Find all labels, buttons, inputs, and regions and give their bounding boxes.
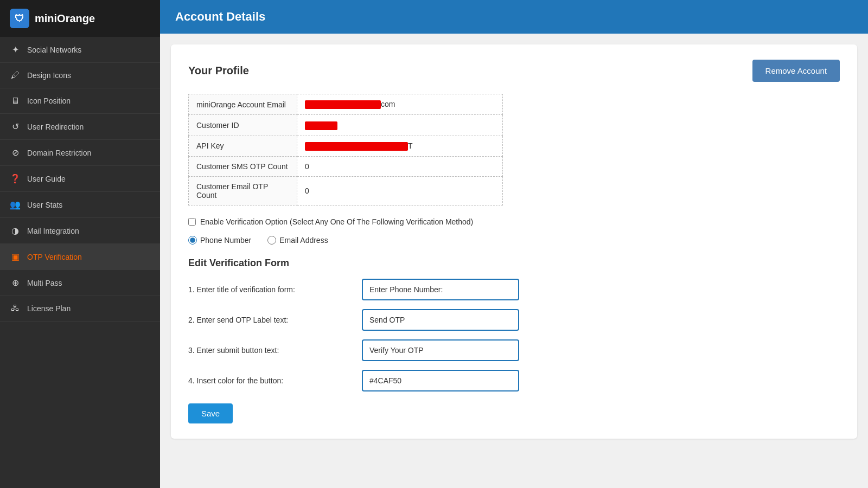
license-plan-icon: 🖧 xyxy=(10,304,21,313)
sidebar-item-user-stats[interactable]: 👥 User Stats xyxy=(0,192,160,218)
form-row-3: 3. Enter submit button text: xyxy=(188,339,840,361)
sidebar-label-user-guide: User Guide xyxy=(27,175,66,183)
logo-text: miniOrange xyxy=(35,12,95,25)
logo-icon: 🛡 xyxy=(10,9,29,28)
table-cell-value-2: T xyxy=(297,136,503,156)
sidebar-label-user-redirection: User Redirection xyxy=(27,123,84,131)
verification-option: Enable Verification Option (Select Any O… xyxy=(188,217,840,226)
table-cell-label-1: Customer ID xyxy=(189,115,297,136)
sidebar-label-user-stats: User Stats xyxy=(27,201,62,209)
otp-verification-icon: ▣ xyxy=(10,252,21,262)
table-cell-label-4: Customer Email OTP Count xyxy=(189,176,297,205)
sidebar-label-icon-position: Icon Position xyxy=(27,97,71,105)
form-label-1: 1. Enter title of verification form: xyxy=(188,285,351,294)
radio-email-label[interactable]: Email Address xyxy=(267,236,328,245)
radio-phone-label[interactable]: Phone Number xyxy=(188,236,251,245)
radio-group: Phone Number Email Address xyxy=(188,236,840,245)
form-input-3[interactable] xyxy=(362,339,519,361)
social-networks-icon: ✦ xyxy=(10,44,21,55)
sidebar: 🛡 miniOrange ✦ Social Networks 🖊 Design … xyxy=(0,0,160,488)
form-label-4: 4. Insert color for the button: xyxy=(188,376,351,385)
sidebar-item-user-redirection[interactable]: ↺ User Redirection xyxy=(0,114,160,140)
sidebar-item-user-guide[interactable]: ❓ User Guide xyxy=(0,166,160,192)
sidebar-item-license-plan[interactable]: 🖧 License Plan xyxy=(0,296,160,322)
sidebar-label-design-icons: Design Icons xyxy=(27,71,71,80)
domain-restriction-icon: ⊘ xyxy=(10,147,21,158)
sidebar-item-otp-verification[interactable]: ▣ OTP Verification xyxy=(0,244,160,270)
sidebar-item-design-icons[interactable]: 🖊 Design Icons xyxy=(0,63,160,88)
icon-position-icon: 🖥 xyxy=(10,96,21,106)
remove-account-button[interactable]: Remove Account xyxy=(752,60,840,82)
sidebar-item-icon-position[interactable]: 🖥 Icon Position xyxy=(0,88,160,114)
table-cell-value-0: com xyxy=(297,94,503,115)
profile-header: Your Profile Remove Account xyxy=(188,60,840,82)
sidebar-label-otp-verification: OTP Verification xyxy=(27,253,82,261)
form-label-2: 2. Enter send OTP Label text: xyxy=(188,316,351,324)
redacted-bar-2 xyxy=(305,142,408,151)
form-label-3: 3. Enter submit button text: xyxy=(188,346,351,355)
edit-form-title: Edit Verification Form xyxy=(188,258,840,269)
form-row-1: 1. Enter title of verification form: xyxy=(188,279,840,300)
table-cell-label-3: Customer SMS OTP Count xyxy=(189,156,297,176)
table-row: Customer ID xyxy=(189,115,503,136)
save-button[interactable]: Save xyxy=(188,403,233,423)
radio-email-text: Email Address xyxy=(279,236,328,245)
mail-integration-icon: ◑ xyxy=(10,226,21,236)
sidebar-label-social-networks: Social Networks xyxy=(27,46,81,54)
profile-title: Your Profile xyxy=(188,65,249,77)
form-input-1[interactable] xyxy=(362,279,519,300)
page-body: Your Profile Remove Account miniOrange A… xyxy=(160,34,868,488)
table-row: miniOrange Account Email com xyxy=(189,94,503,115)
sidebar-label-multi-pass: Multi Pass xyxy=(27,279,62,287)
verification-label: Enable Verification Option (Select Any O… xyxy=(200,217,473,226)
table-cell-label-0: miniOrange Account Email xyxy=(189,94,297,115)
form-input-4[interactable] xyxy=(362,370,519,391)
sidebar-label-mail-integration: Mail Integration xyxy=(27,227,79,235)
table-row: API Key T xyxy=(189,136,503,156)
sidebar-label-domain-restriction: Domain Restriction xyxy=(27,149,91,157)
enable-verification-checkbox[interactable] xyxy=(188,218,196,226)
page-header: Account Details xyxy=(160,0,868,34)
main-content: Account Details Your Profile Remove Acco… xyxy=(160,0,868,488)
form-row-2: 2. Enter send OTP Label text: xyxy=(188,309,840,331)
form-row-4: 4. Insert color for the button: xyxy=(188,370,840,391)
redacted-bar-1 xyxy=(305,121,337,130)
radio-phone[interactable] xyxy=(188,236,197,245)
sidebar-item-social-networks[interactable]: ✦ Social Networks xyxy=(0,37,160,63)
user-redirection-icon: ↺ xyxy=(10,121,21,132)
profile-table: miniOrange Account Email com Customer ID… xyxy=(188,94,503,206)
sidebar-logo: 🛡 miniOrange xyxy=(0,0,160,37)
sidebar-item-multi-pass[interactable]: ⊕ Multi Pass xyxy=(0,270,160,296)
user-guide-icon: ❓ xyxy=(10,174,21,184)
sidebar-item-domain-restriction[interactable]: ⊘ Domain Restriction xyxy=(0,140,160,166)
multi-pass-icon: ⊕ xyxy=(10,278,21,288)
table-row: Customer SMS OTP Count0 xyxy=(189,156,503,176)
redacted-bar-0 xyxy=(305,100,381,109)
main-card: Your Profile Remove Account miniOrange A… xyxy=(171,44,857,439)
sidebar-item-mail-integration[interactable]: ◑ Mail Integration xyxy=(0,218,160,244)
page-title: Account Details xyxy=(175,10,265,23)
table-cell-value-4: 0 xyxy=(297,176,503,205)
radio-phone-text: Phone Number xyxy=(200,236,251,245)
design-icons-icon: 🖊 xyxy=(10,70,21,80)
radio-email[interactable] xyxy=(267,236,276,245)
table-cell-label-2: API Key xyxy=(189,136,297,156)
table-cell-value-1 xyxy=(297,115,503,136)
form-input-2[interactable] xyxy=(362,309,519,331)
table-cell-value-3: 0 xyxy=(297,156,503,176)
sidebar-label-license-plan: License Plan xyxy=(27,304,71,313)
user-stats-icon: 👥 xyxy=(10,200,21,210)
table-row: Customer Email OTP Count0 xyxy=(189,176,503,205)
